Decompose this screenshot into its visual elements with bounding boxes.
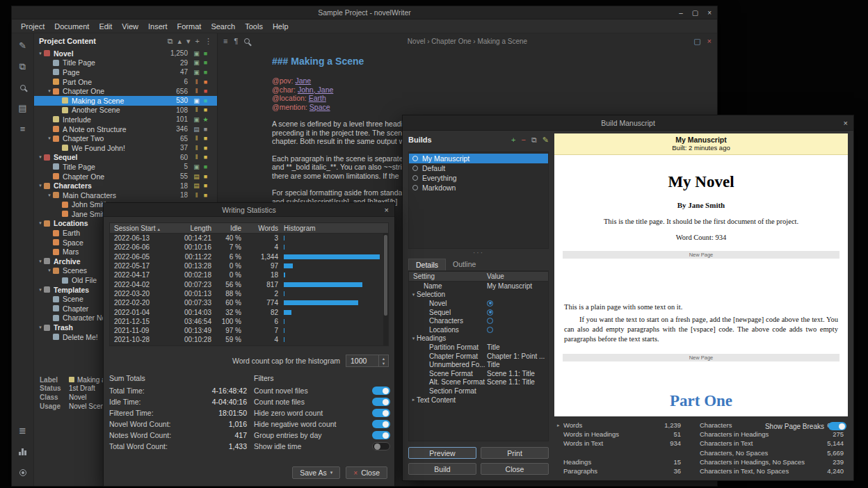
radio-selected[interactable] bbox=[487, 300, 493, 307]
setting-expand-icon[interactable]: ▾ bbox=[410, 336, 417, 341]
build-list-item[interactable]: Markdown bbox=[409, 183, 548, 193]
scrollbar-thumb[interactable] bbox=[384, 235, 387, 316]
setting-row[interactable]: Characters bbox=[409, 316, 548, 325]
stats-icon[interactable] bbox=[19, 448, 26, 455]
filter-toggle[interactable] bbox=[372, 398, 390, 406]
tree-expand-icon[interactable]: ▾ bbox=[46, 88, 53, 94]
stats-titlebar[interactable]: Writing Statistics × bbox=[104, 203, 394, 217]
keyword-value[interactable]: John, Jane bbox=[298, 86, 333, 94]
tree-expand-icon[interactable]: ▾ bbox=[46, 136, 53, 141]
radio-unselected[interactable] bbox=[487, 318, 493, 324]
tree-item[interactable]: Another Scene108‖■ bbox=[34, 106, 217, 115]
document-icon[interactable]: ▤ bbox=[18, 103, 26, 113]
word-cap-spinner[interactable]: 1000 ▲▼ bbox=[346, 355, 389, 367]
filter-toggle[interactable] bbox=[372, 431, 390, 439]
close-button[interactable]: × bbox=[707, 9, 712, 17]
build-button[interactable]: Build bbox=[408, 463, 476, 475]
keyword-value[interactable]: Jane bbox=[295, 76, 311, 85]
menu-project[interactable]: Project bbox=[16, 22, 49, 31]
tree-item[interactable]: ▾Sequel60‖■ bbox=[34, 153, 217, 163]
main-titlebar[interactable]: Sample Project - novelWriter – ▢ × bbox=[12, 6, 717, 19]
session-row[interactable]: 2021-12-1503:46:54100 %6 bbox=[110, 317, 388, 326]
tree-item[interactable]: ▾Main Characters18‖■ bbox=[34, 190, 217, 200]
tree-expand-icon[interactable]: ▾ bbox=[46, 268, 53, 273]
tree-expand-icon[interactable]: ▾ bbox=[37, 183, 44, 188]
keyword-value[interactable]: Space bbox=[310, 103, 330, 111]
tree-item[interactable]: ▾Chapter One656‖■ bbox=[34, 86, 217, 96]
filter-toggle[interactable] bbox=[372, 409, 390, 417]
setting-row[interactable]: Unnumbered Fo...Title bbox=[409, 360, 548, 369]
tree-expand-icon[interactable]: ▾ bbox=[37, 51, 44, 56]
setting-expand-icon[interactable]: ▸ bbox=[410, 397, 417, 402]
tree-item[interactable]: Page47▣■ bbox=[34, 67, 217, 77]
tab-details[interactable]: Details bbox=[408, 259, 446, 270]
filter-toggle[interactable] bbox=[372, 420, 390, 428]
tree-item[interactable]: Title Page5▣■ bbox=[34, 162, 217, 172]
build-list-item[interactable]: My Manuscript bbox=[409, 154, 548, 163]
setting-row[interactable]: NameMy Manuscript bbox=[409, 282, 548, 291]
session-row[interactable]: 2022-01-0400:14:0332 %82 bbox=[110, 307, 388, 316]
setting-row[interactable]: Alt. Scene FormatScene 1.1: Title bbox=[409, 378, 548, 387]
tree-item[interactable]: ▾Novel1,250▣■ bbox=[34, 49, 217, 58]
setting-row[interactable]: ▸Text Content bbox=[409, 396, 548, 405]
edit-icon[interactable]: ✎ bbox=[19, 40, 26, 51]
menu-tools[interactable]: Tools bbox=[240, 22, 268, 31]
add-item-icon[interactable]: + bbox=[195, 37, 200, 45]
tree-expand-icon[interactable]: ▾ bbox=[46, 193, 53, 198]
tab-outline[interactable]: Outline bbox=[446, 259, 483, 270]
maximize-button[interactable]: ▢ bbox=[692, 9, 698, 17]
search-icon[interactable] bbox=[20, 85, 26, 90]
spin-down-icon[interactable]: ▼ bbox=[382, 361, 385, 366]
copy-build-icon[interactable]: ⧉ bbox=[531, 136, 537, 145]
focus-mode-icon[interactable]: ▢ bbox=[693, 37, 700, 46]
setting-expand-icon[interactable]: ▾ bbox=[410, 292, 417, 298]
menu-view[interactable]: View bbox=[117, 22, 143, 31]
tree-expand-icon[interactable]: ▾ bbox=[37, 325, 44, 330]
stats-close-button-bottom[interactable]: ×Close bbox=[346, 466, 387, 479]
tree-item[interactable]: ▾Characters18▤■ bbox=[34, 181, 217, 190]
session-row[interactable]: 2022-04-0200:07:2356 %817 bbox=[110, 279, 388, 288]
menu-edit[interactable]: Edit bbox=[94, 22, 117, 31]
outline-icon[interactable]: ≡ bbox=[20, 124, 26, 134]
tree-item[interactable]: Making a Scene530▣■ bbox=[34, 96, 217, 106]
build-titlebar[interactable]: Build Manuscript × bbox=[403, 115, 853, 131]
menu-insert[interactable]: Insert bbox=[143, 22, 172, 31]
session-row[interactable]: 2022-03-2000:01:1388 %2 bbox=[110, 289, 388, 298]
tree-expand-icon[interactable]: ▾ bbox=[37, 259, 44, 264]
tree-item[interactable]: We Found John!37‖■ bbox=[34, 143, 217, 153]
table-scrollbar[interactable] bbox=[383, 234, 388, 345]
setting-row[interactable]: Sequel bbox=[409, 308, 548, 317]
setting-row[interactable]: Partition FormatTitle bbox=[409, 343, 548, 352]
setting-row[interactable]: ▾Headings bbox=[409, 334, 548, 343]
editor-menu-icon[interactable]: ≡ bbox=[223, 37, 227, 45]
build-list-item[interactable]: Default bbox=[409, 163, 548, 173]
session-row[interactable]: 2022-06-1300:14:2140 %3 bbox=[110, 234, 388, 243]
page-breaks-toggle[interactable] bbox=[828, 422, 846, 430]
tree-item[interactable]: Interlude101▣★ bbox=[34, 115, 217, 124]
tree-menu-icon[interactable]: ⋮ bbox=[204, 37, 212, 46]
words-header[interactable]: Words bbox=[241, 225, 278, 232]
tree-expand-icon[interactable]: ▾ bbox=[37, 287, 44, 293]
tree-item[interactable]: Part One6‖■ bbox=[34, 77, 217, 87]
menu-document[interactable]: Document bbox=[49, 22, 94, 31]
move-up-icon[interactable]: ▴ bbox=[178, 37, 182, 46]
print-button[interactable]: Print bbox=[481, 447, 549, 459]
tree-item[interactable]: Chapter One55▤■ bbox=[34, 172, 217, 181]
menu-help[interactable]: Help bbox=[268, 22, 294, 31]
manuscript-preview[interactable]: My Manuscript Built: 2 minutes ago My No… bbox=[554, 133, 848, 416]
splitter-handle[interactable]: ··· bbox=[408, 250, 549, 256]
histogram-header[interactable]: Histogram bbox=[278, 225, 382, 232]
stats-close-button[interactable]: × bbox=[385, 206, 389, 214]
setting-row[interactable]: Novel bbox=[409, 299, 548, 308]
session-row[interactable]: 2022-06-0500:11:226 %1,344 bbox=[110, 252, 388, 261]
build-close-button[interactable]: × bbox=[844, 119, 848, 127]
add-build-icon[interactable]: + bbox=[511, 136, 515, 144]
session-row[interactable]: 2022-06-0600:10:167 %4 bbox=[110, 243, 388, 252]
preview-button[interactable]: Preview bbox=[408, 447, 476, 459]
remove-build-icon[interactable]: − bbox=[521, 136, 525, 144]
stat-expand-icon[interactable]: ▸ bbox=[557, 423, 563, 428]
expand-all-icon[interactable]: ⧉ bbox=[168, 37, 173, 46]
search-icon[interactable] bbox=[244, 38, 250, 44]
setting-row[interactable]: Section Format bbox=[409, 387, 548, 396]
session-row[interactable]: 2022-02-2000:07:3360 %774 bbox=[110, 298, 388, 307]
